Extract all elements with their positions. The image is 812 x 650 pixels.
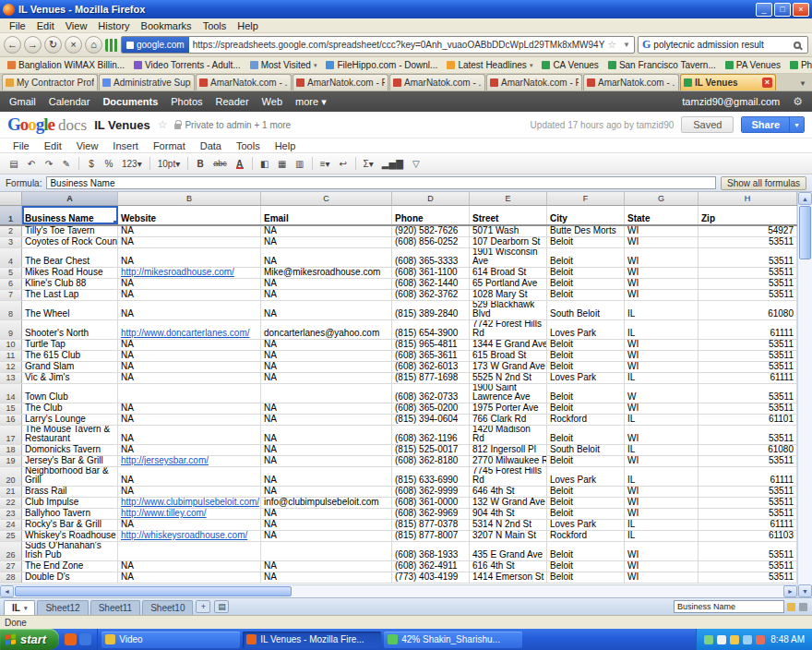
cell-A13[interactable]: Vic & Jim's <box>22 373 118 383</box>
connection-bars-icon[interactable] <box>105 39 118 52</box>
cell-B18[interactable]: NA <box>118 445 261 455</box>
row-header-17[interactable]: 17 <box>0 426 22 444</box>
cell-A21[interactable]: Brass Rail <box>22 487 118 497</box>
google-bar-link[interactable]: more ▾ <box>295 96 327 108</box>
vertical-scroll-thumb[interactable] <box>799 206 811 259</box>
cell-B26[interactable] <box>118 542 261 560</box>
align-icon[interactable]: ≡▾ <box>316 156 334 172</box>
menu-history[interactable]: History <box>92 19 135 32</box>
cell-D27[interactable]: (608) 362-4911 <box>392 561 470 572</box>
cell-F11[interactable]: Beloit <box>547 351 625 361</box>
cell-A11[interactable]: The 615 Club <box>22 351 118 361</box>
cell-D7[interactable]: (608) 362-3762 <box>392 290 470 300</box>
cell-D13[interactable]: (815) 877-1698 <box>392 373 470 383</box>
cell-A2[interactable]: Tilly's Toe Tavern <box>22 226 118 236</box>
sheets-menu-insert[interactable]: Insert <box>105 140 146 151</box>
cell-A1[interactable]: Business Name <box>22 206 118 224</box>
cell-E4[interactable]: 1901 Wisconsin Ave <box>470 248 547 267</box>
cell-D26[interactable]: (608) 368-1933 <box>392 542 470 560</box>
cell-G16[interactable]: IL <box>625 415 699 425</box>
row-header-20[interactable]: 20 <box>0 467 22 486</box>
horizontal-scrollbar[interactable]: ◄ ► <box>0 584 797 597</box>
formula-input[interactable]: Business Name <box>46 176 716 189</box>
google-bar-link[interactable]: Gmail <box>9 96 36 108</box>
bookmark-item[interactable]: FileHippo.com - Downl... <box>322 59 441 71</box>
browser-tab[interactable]: AmarNatok.com - ... <box>196 74 292 90</box>
cell-G20[interactable]: IL <box>625 467 699 486</box>
google-bar-link[interactable]: Documents <box>102 96 158 108</box>
cell-D24[interactable]: (815) 877-0378 <box>392 520 470 530</box>
cell-D23[interactable]: (608) 362-9969 <box>392 509 470 519</box>
cell-C6[interactable]: NA <box>261 279 392 289</box>
menu-file[interactable]: File <box>4 19 31 32</box>
cell-F21[interactable]: Beloit <box>547 487 625 497</box>
taskbar-task[interactable]: 42% Shakin_Sharishu... <box>384 632 522 648</box>
text-color-icon[interactable]: A <box>232 156 248 172</box>
search-icon[interactable] <box>794 42 801 49</box>
cell-H1[interactable]: Zip <box>699 206 797 224</box>
quick-launch-icon[interactable] <box>65 633 77 645</box>
cell-A19[interactable]: Jersey's Bar & Grill <box>22 456 118 466</box>
cell-H25[interactable]: 61103 <box>699 531 797 541</box>
bookmark-item[interactable]: PA Venues <box>722 59 784 71</box>
sheets-menu-edit[interactable]: Edit <box>37 140 69 151</box>
maximize-button[interactable]: □ <box>774 3 791 17</box>
cell-A27[interactable]: The End Zone <box>22 561 118 572</box>
sheets-menu-view[interactable]: View <box>69 140 106 151</box>
font-size-menu[interactable]: 10pt▾ <box>154 156 184 172</box>
cell-H4[interactable]: 53511 <box>699 248 797 267</box>
cell-C20[interactable]: NA <box>261 467 392 486</box>
cell-D8[interactable]: (815) 389-2840 <box>392 301 470 319</box>
cell-A20[interactable]: Neighborhood Bar & Grill <box>22 467 118 486</box>
cell-G18[interactable]: IL <box>625 445 699 455</box>
row-header-18[interactable]: 18 <box>0 445 22 455</box>
cell-B8[interactable]: NA <box>118 301 261 319</box>
cell-G2[interactable]: WI <box>625 226 699 236</box>
cell-F22[interactable]: Beloit <box>547 498 625 508</box>
sheet-tab-active[interactable]: IL▾ <box>4 600 35 615</box>
sheets-menu-help[interactable]: Help <box>268 140 304 151</box>
cell-B23[interactable]: http://www.tilley.com/ <box>118 509 261 519</box>
sheets-menu-data[interactable]: Data <box>193 140 229 151</box>
row-header-3[interactable]: 3 <box>0 237 22 247</box>
cell-G1[interactable]: State <box>625 206 699 224</box>
cell-D3[interactable]: (608) 856-0252 <box>392 237 470 247</box>
cell-H18[interactable]: 61080 <box>699 445 797 455</box>
cell-H3[interactable]: 53511 <box>699 237 797 247</box>
cell-D14[interactable]: (608) 362-0733 <box>392 384 470 403</box>
cell-F14[interactable]: Beloit <box>547 384 625 403</box>
cell-E8[interactable]: 529 Blackhawk Blvd <box>470 301 547 319</box>
redo-icon[interactable]: ↷ <box>41 156 57 172</box>
cell-A26[interactable]: Suds O'Hanahan's Irish Pub <box>22 542 118 560</box>
cell-A25[interactable]: Whiskey's Roadhouse <box>22 531 118 541</box>
cell-B6[interactable]: NA <box>118 279 261 289</box>
cell-H28[interactable]: 53511 <box>699 572 797 583</box>
cell-H19[interactable]: 53511 <box>699 456 797 466</box>
cell-D5[interactable]: (608) 361-1100 <box>392 268 470 278</box>
cell-C1[interactable]: Email <box>261 206 392 224</box>
cell-H12[interactable]: 53511 <box>699 362 797 372</box>
google-bar-link[interactable]: Photos <box>171 96 202 108</box>
account-email[interactable]: tamzid90@gmail.com <box>682 96 780 107</box>
undo-icon[interactable]: ↶ <box>23 156 40 172</box>
cell-H6[interactable]: 53511 <box>699 279 797 289</box>
share-button-label[interactable]: Share <box>742 117 789 132</box>
cell-E6[interactable]: 65 Portland Ave <box>470 279 547 289</box>
browser-tab[interactable]: My Contractor Profi... <box>2 74 98 90</box>
cell-C25[interactable]: NA <box>261 531 392 541</box>
share-dropdown-icon[interactable]: ▼ <box>789 117 804 132</box>
cell-G23[interactable]: WI <box>625 509 699 519</box>
scroll-up-icon[interactable]: ▲ <box>798 192 812 205</box>
cell-D1[interactable]: Phone <box>392 206 470 224</box>
cell-H15[interactable]: 53511 <box>699 403 797 414</box>
cell-B20[interactable]: NA <box>118 467 261 486</box>
cell-C17[interactable]: NA <box>261 426 392 444</box>
cell-D21[interactable]: (608) 362-9999 <box>392 487 470 497</box>
cell-D22[interactable]: (608) 361-0000 <box>392 498 470 508</box>
merge-cells-icon[interactable]: ▥ <box>292 156 308 172</box>
cell-E27[interactable]: 616 4th St <box>470 561 547 572</box>
cell-C27[interactable]: NA <box>261 561 392 572</box>
fill-color-icon[interactable]: ◧ <box>257 156 273 172</box>
cell-D28[interactable]: (773) 403-4199 <box>392 572 470 583</box>
cell-G11[interactable]: WI <box>625 351 699 361</box>
